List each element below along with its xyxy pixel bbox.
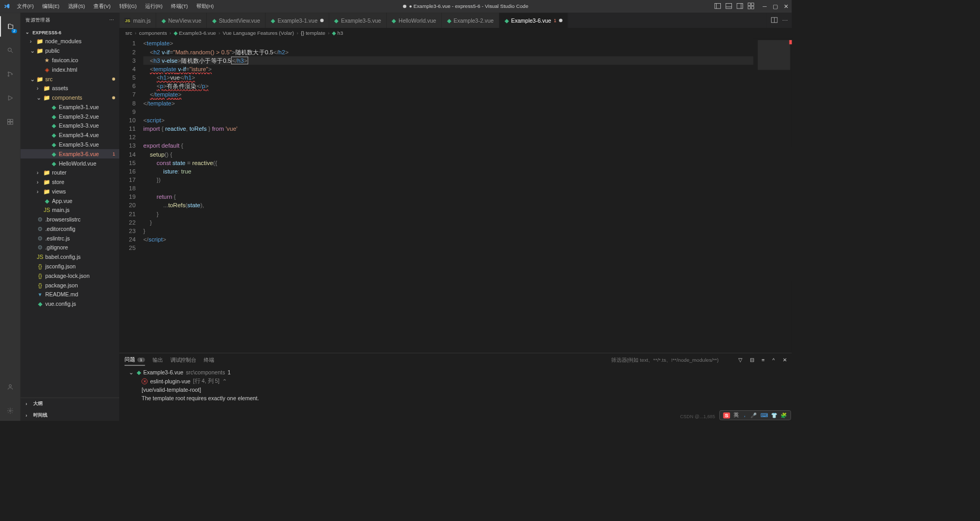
- terminal-tab[interactable]: 终端: [204, 355, 214, 365]
- filter-input[interactable]: [611, 357, 730, 363]
- maximize-icon[interactable]: ▢: [773, 3, 778, 9]
- problem-file-row[interactable]: ⌄ ◆ Example3-6.vue src\components 1: [125, 369, 787, 377]
- problem-item[interactable]: ✕ eslint-plugin-vue [行 4, 列 5] ⌃: [125, 377, 787, 386]
- minimize-icon[interactable]: ─: [763, 3, 766, 9]
- window-controls: ─ ▢ ✕: [763, 3, 788, 9]
- svg-rect-4: [737, 3, 743, 8]
- explorer-icon[interactable]: 2: [0, 16, 21, 37]
- menu-item[interactable]: 查看(V): [90, 1, 114, 12]
- file-item[interactable]: ⚙.eslintrc.js: [21, 234, 119, 243]
- file-item[interactable]: ▾README.md: [21, 290, 119, 299]
- file-item[interactable]: {}jsconfig.json: [21, 262, 119, 271]
- breadcrumb[interactable]: src›components›◆ Example3-6.vue›Vue Lang…: [119, 28, 792, 38]
- folder-item[interactable]: ›📁store: [21, 177, 119, 187]
- folder-item[interactable]: ›📁views: [21, 187, 119, 196]
- extensions-icon[interactable]: [0, 112, 21, 132]
- svg-line-11: [11, 51, 13, 53]
- more-icon[interactable]: ⋯: [109, 17, 114, 23]
- close-panel-icon[interactable]: ✕: [783, 357, 787, 363]
- more-actions-icon[interactable]: ⋯: [782, 17, 788, 24]
- explorer-sidebar: 资源管理器 ⋯ ⌄ EXPRESS5-6 ›📁node_modules⌄📁pub…: [21, 13, 119, 421]
- close-icon[interactable]: ✕: [784, 3, 788, 9]
- folder-item[interactable]: ›📁router: [21, 168, 119, 177]
- editor-tab[interactable]: ◆StudentView.vue: [207, 13, 265, 28]
- collapse-icon[interactable]: ⊟: [750, 357, 754, 363]
- folder-item[interactable]: ⌄📁public: [21, 46, 119, 55]
- file-item[interactable]: JSmain.js: [21, 205, 119, 215]
- file-item[interactable]: JSbabel.config.js: [21, 252, 119, 262]
- outline-section[interactable]: ›大纲: [21, 398, 119, 410]
- panel-left-icon[interactable]: [714, 2, 721, 10]
- output-tab[interactable]: 输出: [153, 355, 163, 365]
- file-item[interactable]: ◆Example3-5.vue: [21, 140, 119, 149]
- menu-item[interactable]: 转到(G): [116, 1, 140, 12]
- account-icon[interactable]: [0, 377, 21, 397]
- breadcrumb-item[interactable]: Vue Language Features (Volar): [223, 30, 294, 36]
- folder-item[interactable]: ⌄📁components: [21, 93, 119, 102]
- svg-point-10: [8, 48, 11, 51]
- editor-tab[interactable]: ◆Example3-6.vue1: [499, 13, 568, 28]
- breadcrumb-item[interactable]: {} template: [301, 30, 325, 36]
- project-section[interactable]: ⌄ EXPRESS5-6: [21, 28, 119, 37]
- file-item[interactable]: ★favicon.ico: [21, 55, 119, 65]
- window-title: ● Example3-6.vue - express5-6 - Visual S…: [217, 3, 715, 9]
- settings-gear-icon[interactable]: [0, 401, 21, 421]
- folder-item[interactable]: ⌄📁src: [21, 74, 119, 84]
- filter-icon[interactable]: ▽: [738, 357, 742, 363]
- ime-bar[interactable]: S 英 ，🎤⌨👕🧩: [719, 410, 791, 420]
- breadcrumb-item[interactable]: components: [139, 30, 167, 36]
- split-editor-icon[interactable]: [771, 16, 778, 24]
- editor-tab[interactable]: ◆NewView.vue: [156, 13, 207, 28]
- editor-tab[interactable]: ◆Example3-5.vue: [329, 13, 387, 28]
- menu-item[interactable]: 运行(R): [142, 1, 166, 12]
- file-item[interactable]: ◈index.html: [21, 65, 119, 74]
- minimap[interactable]: [754, 38, 792, 353]
- breadcrumb-item[interactable]: ◆ Example3-6.vue: [174, 30, 216, 36]
- file-item[interactable]: ⚙.editorconfig: [21, 224, 119, 234]
- problems-tab[interactable]: 问题 1: [125, 354, 145, 365]
- menu-item[interactable]: 编辑(E): [39, 1, 63, 12]
- error-icon: ✕: [141, 379, 147, 384]
- file-item[interactable]: ◆App.vue: [21, 196, 119, 206]
- file-item[interactable]: ◆Example3-1.vue: [21, 102, 119, 112]
- editor-tab[interactable]: JSmain.js: [119, 13, 156, 28]
- file-item[interactable]: ⚙.browserslistrc: [21, 215, 119, 224]
- run-debug-icon[interactable]: [0, 88, 21, 108]
- file-item[interactable]: ◆Example3-6.vue1: [21, 149, 119, 159]
- file-item[interactable]: {}package.json: [21, 281, 119, 290]
- editor-tab[interactable]: ◆HelloWorld.vue: [387, 13, 442, 28]
- menu-item[interactable]: 终端(T): [168, 1, 192, 12]
- file-item[interactable]: ◆HelloWorld.vue: [21, 159, 119, 168]
- file-item[interactable]: ◆Example3-2.vue: [21, 112, 119, 121]
- source-control-icon[interactable]: [0, 64, 21, 84]
- code-editor[interactable]: 1234567891011121314151617181920212223242…: [119, 38, 792, 353]
- code-content[interactable]: <template> <h2 v-if="Math.random() > 0.5…: [143, 38, 753, 353]
- menu-item[interactable]: 帮助(H): [193, 1, 217, 12]
- svg-rect-8: [748, 6, 750, 9]
- svg-rect-6: [748, 3, 750, 5]
- debug-console-tab[interactable]: 调试控制台: [170, 355, 196, 365]
- file-item[interactable]: {}package-lock.json: [21, 271, 119, 281]
- svg-rect-16: [11, 119, 13, 121]
- folder-item[interactable]: ›📁assets: [21, 83, 119, 93]
- customize-layout-icon[interactable]: [747, 2, 754, 10]
- search-icon[interactable]: [0, 40, 21, 61]
- file-item[interactable]: ⚙.gitignore: [21, 243, 119, 253]
- breadcrumb-item[interactable]: src: [126, 30, 132, 36]
- timeline-section[interactable]: ›时间线: [21, 409, 119, 421]
- panel-bottom-icon[interactable]: [725, 2, 732, 10]
- menu-item[interactable]: 选择(S): [64, 1, 88, 12]
- breadcrumb-item[interactable]: ◆ h3: [332, 30, 343, 36]
- menu-bar: 文件(F)编辑(E)选择(S)查看(V)转到(G)运行(R)终端(T)帮助(H): [14, 1, 217, 12]
- menu-item[interactable]: 文件(F): [14, 1, 37, 12]
- view-mode-icon[interactable]: ≡: [762, 357, 765, 363]
- panel-right-icon[interactable]: [736, 2, 743, 10]
- maximize-panel-icon[interactable]: ^: [773, 357, 775, 363]
- file-item[interactable]: ◆Example3-4.vue: [21, 130, 119, 140]
- editor-tab[interactable]: ◆Example3-2.vue: [442, 13, 499, 28]
- project-name: EXPRESS5-6: [32, 30, 61, 35]
- file-item[interactable]: ◆Example3-3.vue: [21, 121, 119, 130]
- folder-item[interactable]: ›📁node_modules: [21, 36, 119, 46]
- editor-tab[interactable]: ◆Example3-1.vue: [265, 13, 329, 28]
- file-item[interactable]: ◆vue.config.js: [21, 299, 119, 308]
